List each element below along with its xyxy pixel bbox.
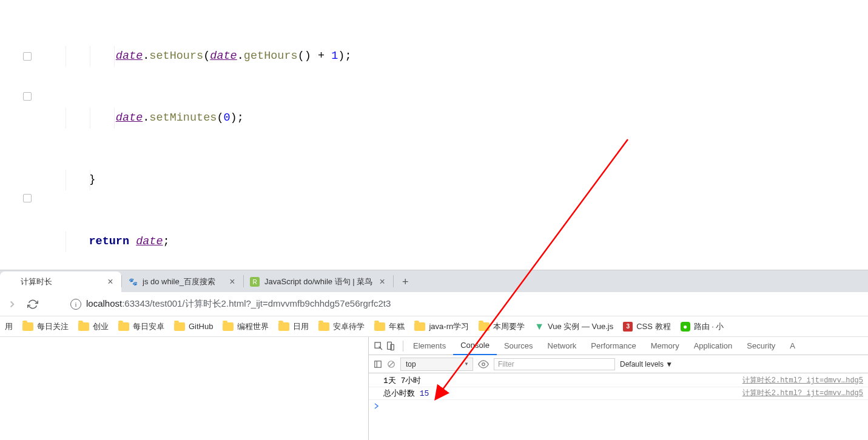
context-selector[interactable]: top — [400, 358, 473, 371]
bookmark-item[interactable]: 本周要学 — [479, 321, 525, 332]
code-content[interactable]: date.setHours(date.getHours() + 1); date… — [32, 0, 868, 270]
console-output[interactable]: 1天 7小时 计算时长2.html?_ijt=dmvv…hdg5 总小时数 15… — [369, 373, 868, 440]
folder-icon — [374, 322, 385, 331]
site-info-icon[interactable]: i — [70, 299, 81, 310]
folder-icon — [223, 322, 234, 331]
console-log-row[interactable]: 总小时数 15 计算时长2.html?_ijt=dmvv…hdg5 — [369, 387, 868, 400]
url-host: localhost — [86, 298, 122, 308]
bookmark-item[interactable]: ▼Vue 实例 — Vue.js — [534, 321, 613, 332]
page-viewport — [0, 337, 368, 440]
browser-window: 计算时长 × 🐾 js do while_百度搜索 × R JavaScript… — [0, 270, 868, 440]
svg-rect-5 — [375, 361, 382, 367]
browser-tab[interactable]: R JavaScript do/while 语句 | 菜鸟 × — [244, 272, 393, 292]
filter-input[interactable]: Filter — [494, 358, 615, 370]
fold-marker[interactable] — [23, 194, 32, 202]
console-log-row[interactable]: 1天 7小时 计算时长2.html?_ijt=dmvv…hdg5 — [369, 375, 868, 387]
browser-tab[interactable]: 计算时长 × — [0, 272, 121, 292]
code-editor[interactable]: date.setHours(date.getHours() + 1); date… — [0, 0, 868, 270]
browser-tab[interactable]: 🐾 js do while_百度搜索 × — [122, 272, 243, 292]
inspect-icon[interactable] — [374, 341, 383, 351]
bookmark-item[interactable]: java-rn学习 — [414, 321, 469, 332]
console-sidebar-icon[interactable] — [374, 360, 382, 368]
w3-icon: 3 — [623, 322, 633, 332]
tab-favicon-runoob: R — [250, 277, 260, 287]
tab-close-icon[interactable]: × — [377, 277, 387, 287]
tab-title: 计算时长 — [21, 276, 101, 287]
console-prompt[interactable] — [369, 400, 868, 412]
bookmark-item[interactable]: 创业 — [78, 321, 109, 332]
folder-icon — [278, 322, 289, 331]
bookmark-item[interactable]: 编程世界 — [223, 321, 269, 332]
tab-favicon — [6, 277, 16, 287]
url-path: :63343/test001/计算时长2.html?_ijt=dmvvmfb9c… — [122, 298, 391, 308]
folder-icon — [78, 322, 89, 331]
folder-icon — [22, 322, 33, 331]
log-source-link[interactable]: 计算时长2.html?_ijt=dmvv…hdg5 — [742, 388, 863, 399]
bookmark-item[interactable]: 每日关注 — [22, 321, 69, 332]
folder-icon — [479, 322, 490, 331]
devtools-tab-console[interactable]: Console — [453, 337, 497, 355]
live-expression-icon[interactable] — [478, 359, 489, 370]
bookmark-item[interactable]: 3CSS 教程 — [623, 321, 670, 332]
svg-point-9 — [482, 362, 485, 365]
forward-icon[interactable] — [5, 297, 19, 312]
wechat-icon: ● — [681, 322, 690, 332]
folder-icon — [318, 322, 329, 331]
address-bar: i localhost:63343/test001/计算时长2.html?_ij… — [0, 292, 868, 316]
log-levels-selector[interactable]: Default levels ▼ — [620, 360, 673, 368]
devtools-tab-performance[interactable]: Performance — [584, 337, 643, 355]
bookmark-item[interactable]: 年糕 — [374, 321, 405, 332]
fold-marker[interactable] — [23, 52, 32, 61]
tab-close-icon[interactable]: × — [106, 277, 115, 287]
devtools-tabs: Elements Console Sources Network Perform… — [369, 337, 868, 355]
devtools-panel: Elements Console Sources Network Perform… — [368, 337, 868, 440]
folder-icon — [174, 322, 185, 331]
bookmark-item[interactable]: 安卓待学 — [318, 321, 365, 332]
tab-title: JavaScript do/while 语句 | 菜鸟 — [264, 276, 372, 287]
clear-console-icon[interactable] — [387, 360, 395, 368]
tab-favicon-baidu: 🐾 — [128, 277, 138, 287]
bookmark-item[interactable]: 日用 — [278, 321, 309, 332]
browser-tab-bar: 计算时长 × 🐾 js do while_百度搜索 × R JavaScript… — [0, 270, 868, 292]
devtools-tab-elements[interactable]: Elements — [406, 337, 453, 355]
new-tab-button[interactable]: + — [396, 273, 414, 291]
tab-close-icon[interactable]: × — [227, 277, 237, 287]
device-toggle-icon[interactable] — [386, 341, 395, 351]
devtools-tab-sources[interactable]: Sources — [497, 337, 540, 355]
fold-marker[interactable] — [23, 92, 32, 101]
bookmark-item[interactable]: GitHub — [174, 322, 213, 331]
bookmark-item[interactable]: ●路由 · 小 — [681, 321, 724, 332]
editor-gutter — [0, 0, 32, 270]
bookmark-item[interactable]: 每日安卓 — [118, 321, 164, 332]
devtools-tab-more[interactable]: A — [782, 337, 802, 355]
devtools-tab-application[interactable]: Application — [687, 337, 740, 355]
folder-icon — [118, 322, 129, 331]
reload-icon[interactable] — [25, 297, 40, 312]
bookmark-item[interactable]: 用 — [5, 321, 13, 332]
folder-icon — [414, 322, 425, 331]
tab-title: js do while_百度搜索 — [143, 276, 223, 287]
console-toolbar: top Filter Default levels ▼ — [369, 355, 868, 373]
bookmarks-bar: 用 每日关注 创业 每日安卓 GitHub 编程世界 日用 安卓待学 年糕 ja… — [0, 316, 868, 337]
svg-line-8 — [389, 362, 394, 366]
vue-icon: ▼ — [534, 321, 544, 332]
devtools-tab-network[interactable]: Network — [540, 337, 584, 355]
url-input[interactable]: i localhost:63343/test001/计算时长2.html?_ij… — [64, 298, 863, 310]
log-source-link[interactable]: 计算时长2.html?_ijt=dmvv…hdg5 — [742, 375, 863, 386]
devtools-tab-security[interactable]: Security — [739, 337, 782, 355]
devtools-tab-memory[interactable]: Memory — [644, 337, 687, 355]
